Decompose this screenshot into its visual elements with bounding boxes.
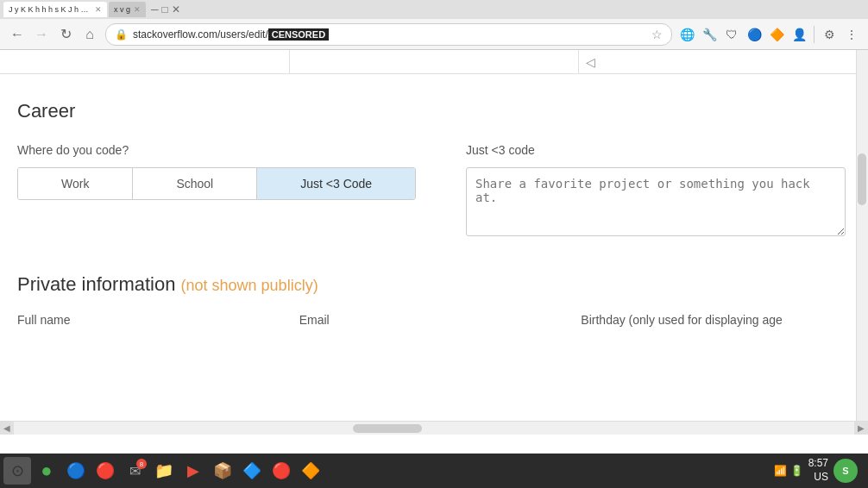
partial-top-row: ◁ [0, 50, 868, 74]
forward-button[interactable]: → [31, 24, 52, 45]
field-row: Full name Email Birthday (only used for … [17, 313, 846, 327]
refresh-button[interactable]: ↻ [55, 24, 76, 45]
career-section: Career Where do you code? Work School Ju… [17, 100, 846, 239]
just-code-label: Just <3 code [466, 143, 846, 157]
back-button[interactable]: ← [7, 24, 28, 45]
browser-tabs: J y K K h h h s K J h V F J F A V B s T … [0, 0, 868, 19]
career-left: Where do you code? Work School Just <3 C… [17, 143, 431, 200]
career-title: Career [17, 100, 846, 122]
lock-icon: 🔒 [115, 28, 128, 41]
toggle-group: Work School Just <3 Code [17, 167, 416, 200]
career-row: Where do you code? Work School Just <3 C… [17, 143, 846, 239]
globe-icon[interactable]: 🌐 [677, 25, 696, 44]
bottom-scrollbar-track [28, 424, 840, 433]
browser-toolbar: ← → ↻ ⌂ 🔒 stackoverflow.com/users/edit/C… [0, 19, 868, 50]
extension-icon-1[interactable]: 🔧 [700, 25, 719, 44]
partial-col-1 [0, 50, 290, 73]
maximize-icon[interactable]: □ [162, 3, 168, 16]
partial-col-2 [290, 50, 580, 73]
toggle-just-code[interactable]: Just <3 Code [257, 168, 415, 199]
scrollbar-thumb[interactable] [858, 153, 866, 205]
toolbar-icons: 🌐 🔧 🛡 🔵 🔶 👤 ⚙ ⋮ [677, 25, 861, 44]
email-label: Email [299, 313, 564, 327]
home-button[interactable]: ⌂ [79, 24, 100, 45]
birthday-label: Birthday (only used for displaying age [581, 313, 846, 327]
star-icon[interactable]: ☆ [651, 28, 663, 41]
private-info-note: (not shown publicly) [181, 277, 318, 294]
extension-icon-4[interactable]: 🔶 [767, 25, 786, 44]
scrollbar-track[interactable] [856, 50, 868, 421]
toggle-school[interactable]: School [133, 168, 257, 199]
avatar-icon[interactable]: 👤 [789, 25, 808, 44]
toggle-work[interactable]: Work [18, 168, 133, 199]
fullname-label: Full name [17, 313, 282, 327]
main-content: Career Where do you code? Work School Ju… [0, 74, 863, 344]
private-info-section: Private information (not shown publicly)… [17, 273, 846, 327]
career-right: Just <3 code [466, 143, 846, 239]
tab-label-2: x v g [114, 5, 130, 14]
close-icon[interactable]: ✕ [172, 3, 180, 16]
url-text: stackoverflow.com/users/edit/CENSORED [133, 28, 646, 41]
field-col-email: Email [299, 313, 564, 327]
field-col-fullname: Full name [17, 313, 282, 327]
page-wrapper: ◁ Career Where do you code? Work School … [0, 50, 868, 421]
bottom-scrollbar: ◀ ▶ [0, 421, 868, 435]
extension-icon-2[interactable]: 🛡 [722, 25, 741, 44]
partial-icon: ◁ [586, 55, 595, 69]
extension-icon-3[interactable]: 🔵 [745, 25, 764, 44]
url-bar[interactable]: 🔒 stackoverflow.com/users/edit/CENSORED … [105, 23, 672, 46]
settings-icon[interactable]: ⚙ [820, 25, 839, 44]
partial-col-3: ◁ [579, 50, 868, 73]
divider [814, 26, 815, 43]
where-label: Where do you code? [17, 143, 431, 157]
field-col-birthday: Birthday (only used for displaying age [581, 313, 846, 327]
scroll-right-arrow[interactable]: ▶ [854, 422, 868, 435]
tab-close-icon[interactable]: ✕ [95, 5, 102, 14]
bottom-scrollbar-thumb[interactable] [353, 424, 422, 433]
private-info-title: Private information (not shown publicly) [17, 273, 846, 296]
scroll-left-arrow[interactable]: ◀ [0, 422, 14, 435]
nav-buttons: ← → ↻ ⌂ [7, 24, 100, 45]
menu-icon[interactable]: ⋮ [842, 25, 861, 44]
just-code-textarea[interactable] [466, 167, 846, 236]
minimize-icon[interactable]: ─ [151, 3, 159, 16]
active-tab[interactable]: J y K K h h h s K J h V F J F A V B s T … [3, 2, 107, 17]
inactive-tab[interactable]: x v g ✕ [109, 2, 146, 17]
tab-label: J y K K h h h s K J h V F J F A V B s T … [9, 5, 91, 14]
censored-label: CENSORED [268, 28, 329, 41]
tab-close-icon-2[interactable]: ✕ [134, 5, 141, 14]
